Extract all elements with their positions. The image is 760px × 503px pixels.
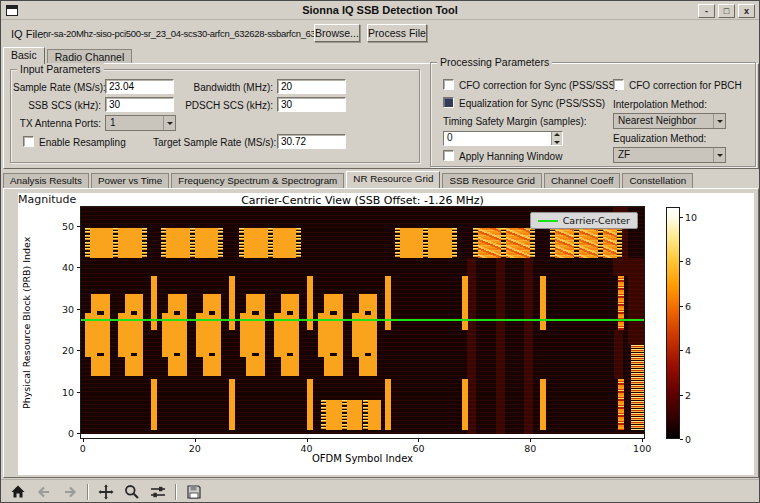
- heatmap-region-notch: [330, 353, 336, 356]
- chevron-down-icon[interactable]: [163, 116, 175, 130]
- hanning-checkbox[interactable]: [443, 150, 454, 161]
- heatmap-region-notch: [252, 311, 258, 314]
- results-tab-bar: Analysis Results Power vs Time Frequency…: [3, 171, 692, 188]
- bandwidth-input[interactable]: [277, 79, 346, 94]
- colorbar-tick-mark: [680, 350, 683, 351]
- pan-icon[interactable]: [97, 483, 115, 501]
- heatmap-region-notch: [287, 353, 293, 356]
- forward-icon[interactable]: [61, 483, 79, 501]
- target-sample-rate-label: Target Sample Rate (MS/s):: [153, 137, 273, 148]
- x-tick-label: 0: [80, 443, 86, 454]
- process-file-button[interactable]: Process File: [367, 24, 427, 42]
- cfo-sync-label: CFO correction for Sync (PSS/SSS): [459, 80, 619, 91]
- heatmap-region-noisy: [603, 228, 617, 258]
- tx-antenna-ports-select[interactable]: 1: [105, 115, 176, 131]
- interpolation-method-select[interactable]: Nearest Neighbor: [613, 113, 726, 129]
- x-tick-mark: [83, 439, 84, 442]
- colorbar-tick-mark: [680, 439, 683, 440]
- heatmap-region-noisy_stripes: [631, 345, 644, 431]
- heatmap-region-smudge: [496, 258, 505, 434]
- eq-sync-checkbox[interactable]: [443, 97, 454, 108]
- colorbar: [666, 207, 680, 439]
- heatmap-region-notch: [287, 311, 293, 314]
- heatmap-region-notch: [97, 353, 103, 356]
- cfo-pbch-checkbox[interactable]: [613, 79, 624, 90]
- iq-file-name: nr-sa-20Mhz-siso-pci500-sr_23_04-scs30-a…: [43, 28, 350, 39]
- cfo-sync-checkbox[interactable]: [443, 79, 454, 90]
- heatmap-region-smudge: [614, 330, 623, 378]
- x-axis-label: OFDM Symbol Index: [80, 453, 645, 464]
- tx-antenna-ports-label: TX Antenna Ports:: [13, 118, 101, 129]
- tab-radio-channel[interactable]: Radio Channel: [47, 49, 132, 64]
- legend-carrier-center: Carrier-Center: [530, 212, 638, 229]
- tab-analysis-results[interactable]: Analysis Results: [3, 173, 89, 188]
- heatmap-region-solid: [428, 228, 451, 258]
- app-window: Sionna IQ SSB Detection Tool - □ x IQ Fi…: [0, 0, 760, 503]
- heatmap-region-stripes: [617, 228, 622, 258]
- colorbar-tick-mark: [680, 395, 683, 396]
- x-tick-label: 100: [633, 443, 651, 454]
- colorbar-tick-mark: [680, 217, 683, 218]
- y-tick-label: 0: [56, 428, 74, 439]
- tab-constellation[interactable]: Constellation: [622, 173, 693, 188]
- chevron-down-icon[interactable]: [713, 114, 725, 128]
- heatmap-region-notch: [365, 311, 371, 314]
- heatmap-region-bar: [307, 379, 313, 430]
- pdsch-scs-input[interactable]: [277, 97, 346, 112]
- enable-resampling-checkbox[interactable]: [23, 136, 34, 147]
- carrier-center-line: [81, 319, 644, 321]
- y-tick-label: 40: [56, 262, 74, 273]
- colorbar-tick-mark: [680, 261, 683, 262]
- hanning-label: Apply Hanning Window: [459, 151, 562, 162]
- heatmap-region-pbch: [125, 294, 143, 376]
- subplot-settings-icon[interactable]: [149, 483, 167, 501]
- heatmap-region-notch: [209, 311, 215, 314]
- heatmap-region-notch: [365, 353, 371, 356]
- tab-frequency-spectrum[interactable]: Frequency Spectrum & Spectrogram: [171, 173, 344, 188]
- tab-ssb-resource-grid[interactable]: SSB Resource Grid: [442, 173, 541, 188]
- browse-button[interactable]: Browse...: [314, 24, 360, 42]
- heatmap-region-solid: [273, 228, 296, 258]
- maximize-button[interactable]: □: [718, 4, 735, 18]
- legend-label: Carrier-Center: [563, 215, 630, 226]
- save-icon[interactable]: [185, 483, 203, 501]
- y-axis-label: Physical Resource Block (PRB) Index: [20, 206, 32, 439]
- x-tick-mark: [307, 439, 308, 442]
- equalization-method-select[interactable]: ZF: [613, 147, 726, 163]
- file-bar: IQ File: nr-sa-20Mhz-siso-pci500-sr_23_0…: [1, 21, 759, 46]
- x-tick-mark: [418, 439, 419, 442]
- tab-power-vs-time[interactable]: Power vs Time: [91, 173, 169, 188]
- x-tick-mark: [530, 439, 531, 442]
- iq-file-label: IQ File:: [11, 28, 46, 40]
- tab-basic[interactable]: Basic: [3, 47, 45, 64]
- close-button[interactable]: x: [738, 4, 755, 18]
- processing-parameters-title: Processing Parameters: [437, 56, 552, 68]
- timing-margin-spinbox[interactable]: 0: [443, 131, 563, 146]
- y-tick-label: 50: [56, 221, 74, 232]
- heatmap-plot[interactable]: Carrier-Center: [80, 206, 645, 439]
- heatmap-region-notch: [131, 353, 137, 356]
- y-tick-mark: [77, 226, 80, 227]
- tab-channel-coeff[interactable]: Channel Coeff: [544, 173, 620, 188]
- home-icon[interactable]: [9, 483, 27, 501]
- heatmap-region-noisybar: [618, 276, 624, 330]
- heatmap-region-smudge: [524, 258, 533, 434]
- colorbar-tick-label: 2: [685, 390, 691, 401]
- eq-sync-label: Equalization for Sync (PSS/SSS): [459, 98, 605, 109]
- heatmap-region-noisybar: [618, 379, 624, 430]
- chevron-down-icon[interactable]: [713, 148, 725, 162]
- zoom-icon[interactable]: [123, 483, 141, 501]
- heatmap-region-bar: [151, 379, 157, 430]
- heatmap-region-notch: [97, 311, 103, 314]
- x-tick-mark: [195, 439, 196, 442]
- minimize-button[interactable]: -: [698, 4, 715, 18]
- heatmap-region-bar: [151, 276, 157, 330]
- spinner-arrows-icon[interactable]: [551, 132, 562, 145]
- heatmap-region-solid: [118, 228, 141, 258]
- target-sample-rate-input[interactable]: [277, 134, 346, 149]
- heatmap-region-bar: [229, 276, 235, 330]
- x-tick-label: 80: [524, 443, 536, 454]
- tab-nr-resource-grid[interactable]: NR Resource Grid: [346, 171, 440, 188]
- back-icon[interactable]: [35, 483, 53, 501]
- heatmap-region-pbch: [281, 294, 299, 376]
